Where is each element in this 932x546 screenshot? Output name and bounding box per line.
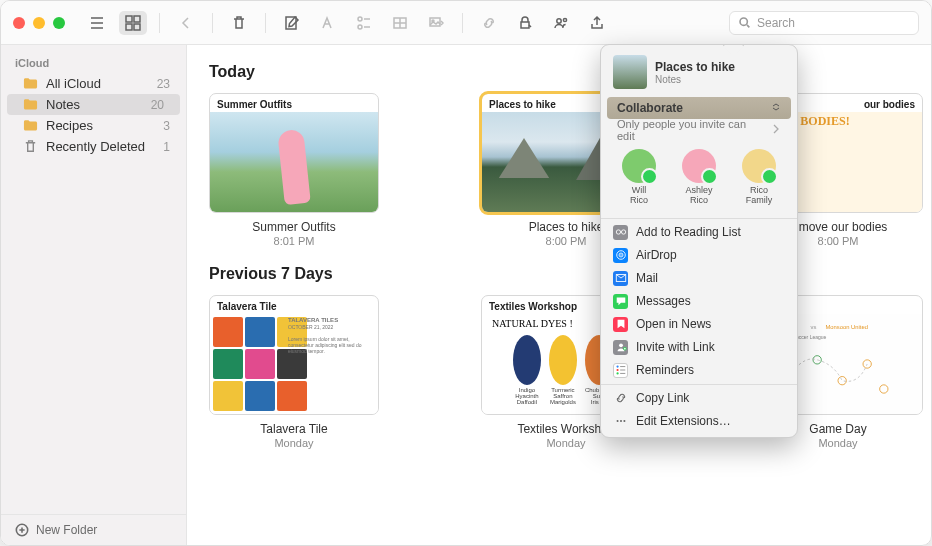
gallery-view-button[interactable] xyxy=(119,11,147,35)
svg-point-24 xyxy=(616,230,620,234)
people-row: WillRico AshleyRico RicoFamily xyxy=(601,141,797,216)
permissions-label: Only people you invite can edit xyxy=(617,118,765,142)
close-window-button[interactable] xyxy=(13,17,25,29)
card-title: Summer Outfits xyxy=(209,220,379,234)
share-menu-item[interactable]: AirDrop xyxy=(601,244,797,267)
avatar xyxy=(682,149,716,183)
card-time: 8:01 PM xyxy=(209,235,379,247)
svg-rect-10 xyxy=(521,22,529,28)
menu-label: Edit Extensions… xyxy=(636,414,731,428)
airdrop-icon xyxy=(613,248,628,263)
sidebar-item-label: All iCloud xyxy=(46,76,101,91)
plus-circle-icon xyxy=(15,523,29,537)
popover-title: Places to hike xyxy=(655,60,735,74)
svg-rect-3 xyxy=(134,24,140,30)
sidebar-item-all-icloud[interactable]: All iCloud 23 xyxy=(1,73,186,94)
menu-label: Reminders xyxy=(636,363,694,377)
svg-point-32 xyxy=(616,366,618,368)
popover-subtitle: Notes xyxy=(655,74,735,85)
new-folder-button[interactable]: New Folder xyxy=(1,514,186,545)
menu-label: Add to Reading List xyxy=(636,225,741,239)
share-menu-item[interactable]: Mail xyxy=(601,267,797,290)
share-button[interactable] xyxy=(583,11,611,35)
media-button[interactable] xyxy=(422,11,450,35)
permissions-row[interactable]: Only people you invite can edit xyxy=(607,119,791,141)
svg-point-20 xyxy=(813,356,821,364)
share-menu-item[interactable]: Open in News xyxy=(601,313,797,336)
sidebar-item-recipes[interactable]: Recipes 3 xyxy=(1,115,186,136)
share-menu-item[interactable]: Messages xyxy=(601,290,797,313)
table-button[interactable] xyxy=(386,11,414,35)
card-time: Monday xyxy=(753,437,923,449)
svg-point-30 xyxy=(619,344,623,348)
svg-point-34 xyxy=(616,373,618,375)
link-icon xyxy=(613,340,628,355)
thumb-title: Talavera Tile xyxy=(210,296,378,314)
svg-point-5 xyxy=(358,17,362,21)
sidebar-item-count: 23 xyxy=(157,77,174,91)
format-button[interactable] xyxy=(314,11,342,35)
folder-icon xyxy=(23,76,38,91)
collaborate-dropdown[interactable]: Collaborate xyxy=(607,97,791,119)
reminders-icon xyxy=(613,363,628,378)
menu-label: Invite with Link xyxy=(636,340,715,354)
card-time: Monday xyxy=(209,437,379,449)
chevron-right-icon xyxy=(771,124,781,136)
share-menu-item[interactable]: Reminders xyxy=(601,359,797,382)
svg-rect-2 xyxy=(126,24,132,30)
share-person[interactable]: AshleyRico xyxy=(682,149,716,206)
svg-point-25 xyxy=(621,230,625,234)
sidebar-item-label: Recently Deleted xyxy=(46,139,145,154)
trash-icon xyxy=(23,139,38,154)
messages-icon xyxy=(613,294,628,309)
more-icon xyxy=(613,414,628,429)
link-icon xyxy=(613,391,628,406)
note-card[interactable]: Summer Outfits Summer Outfits 8:01 PM xyxy=(209,93,379,247)
menu-label: Open in News xyxy=(636,317,711,331)
new-folder-label: New Folder xyxy=(36,523,97,537)
link-note-button[interactable] xyxy=(475,11,503,35)
share-person[interactable]: RicoFamily xyxy=(742,149,776,206)
svg-text:Monsoon United: Monsoon United xyxy=(826,324,868,330)
back-button[interactable] xyxy=(172,11,200,35)
svg-point-13 xyxy=(740,18,747,25)
mail-icon xyxy=(613,271,628,286)
share-person[interactable]: WillRico xyxy=(622,149,656,206)
popover-header: Places to hike Notes xyxy=(601,45,797,97)
note-card[interactable]: Talavera Tile TALAVERA TILESOCTOBER 21, … xyxy=(209,295,379,449)
svg-rect-1 xyxy=(134,16,140,22)
svg-point-35 xyxy=(616,420,618,422)
sidebar: iCloud All iCloud 23 Notes 20 Recipes 3 … xyxy=(1,45,187,545)
collaborate-label: Collaborate xyxy=(617,101,683,115)
svg-point-37 xyxy=(623,420,625,422)
new-note-button[interactable] xyxy=(278,11,306,35)
zoom-window-button[interactable] xyxy=(53,17,65,29)
minimize-window-button[interactable] xyxy=(33,17,45,29)
checklist-button[interactable] xyxy=(350,11,378,35)
search-field[interactable]: Search xyxy=(729,11,919,35)
search-icon xyxy=(738,16,751,29)
list-view-button[interactable] xyxy=(83,11,111,35)
menu-label: Copy Link xyxy=(636,391,689,405)
dropdown-caret-icon xyxy=(771,101,781,115)
delete-button[interactable] xyxy=(225,11,253,35)
toolbar: Search xyxy=(1,1,931,45)
sidebar-item-recently-deleted[interactable]: Recently Deleted 1 xyxy=(1,136,186,157)
sidebar-item-label: Notes xyxy=(46,97,80,112)
sidebar-item-count: 1 xyxy=(163,140,174,154)
sidebar-item-count: 3 xyxy=(163,119,174,133)
collaborate-button[interactable] xyxy=(547,11,575,35)
search-placeholder: Search xyxy=(757,16,795,30)
reading-icon xyxy=(613,225,628,240)
edit-extensions-item[interactable]: Edit Extensions… xyxy=(601,410,797,437)
news-icon xyxy=(613,317,628,332)
copy-link-item[interactable]: Copy Link xyxy=(601,387,797,410)
popover-thumb xyxy=(613,55,647,89)
share-menu-item[interactable]: Add to Reading List xyxy=(601,221,797,244)
lock-button[interactable] xyxy=(511,11,539,35)
sidebar-item-label: Recipes xyxy=(46,118,93,133)
avatar xyxy=(622,149,656,183)
svg-point-36 xyxy=(619,420,621,422)
share-menu-item[interactable]: Invite with Link xyxy=(601,336,797,359)
sidebar-item-notes[interactable]: Notes 20 xyxy=(7,94,180,115)
